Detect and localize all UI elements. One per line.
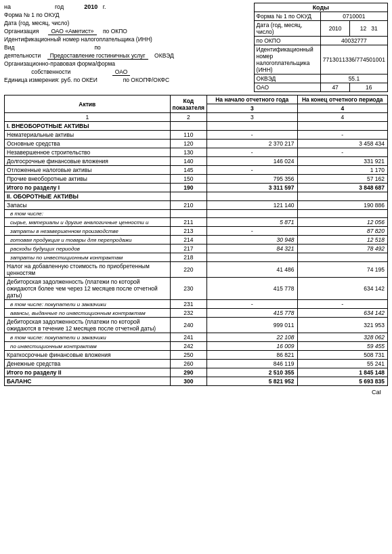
row-val3: - [207, 300, 297, 309]
row-name: затраты в незавершенном производстве [5, 227, 171, 236]
okopf-label: по ОКОПФ/ОКФС [123, 77, 170, 83]
cal-label: CaI [372, 389, 381, 396]
row-code: 260 [170, 360, 207, 368]
okpo-label: по ОКПО [103, 28, 127, 35]
table-row: расходы будущих периодов21784 32178 492 [5, 244, 388, 253]
row-val4: 331 921 [297, 157, 388, 166]
row-val4: 634 142 [297, 309, 388, 318]
form-label: Форма № 1 по ОКУД [4, 12, 60, 18]
row-val4: 59 455 [297, 342, 388, 351]
col3-num2: 3 [207, 113, 297, 122]
row-val4: 57 162 [297, 175, 388, 184]
date-year: 2010 [320, 21, 350, 37]
row-val4 [297, 210, 388, 218]
row-code: 232 [170, 309, 207, 318]
row-name: Краткосрочные финансовые вложения [5, 351, 171, 360]
table-row: Итого по разделу II2902 510 3551 845 148 [5, 368, 388, 377]
page: на год 2010 г. Ф [0, 0, 392, 398]
row-val4: 1 845 148 [297, 368, 388, 377]
row-code: 190 [170, 184, 207, 192]
table-row: сырье, материалы и другие аналогичные це… [5, 218, 388, 227]
row-val4: 1 170 [297, 166, 388, 175]
table-row: Прочие внеоборотные активы150795 35657 1… [5, 175, 388, 184]
row-val4: 78 492 [297, 244, 388, 253]
row-name: в том числе: покупатели и заказчики [5, 333, 171, 342]
col2-num: 2 [170, 113, 207, 122]
row-val3: - [207, 148, 297, 157]
inn-code-value: 7713011336/774501001 [320, 45, 387, 74]
row-code: 218 [170, 253, 207, 262]
row-val3: 84 321 [207, 244, 297, 253]
row-code: 230 [170, 278, 207, 300]
row-val4: 3 848 687 [297, 184, 388, 192]
table-row: в том числе: покупатели и заказчики24122… [5, 333, 388, 342]
row-name: затраты по инвестиционным контрактам [5, 253, 171, 262]
year-value: 2010 [84, 3, 97, 10]
row-val3: 415 778 [207, 278, 297, 300]
g-label: г. [103, 3, 106, 10]
row-val4: 12 056 [297, 218, 388, 227]
row-code: 300 [170, 377, 207, 386]
date-day: 31 [371, 25, 377, 32]
row-name: Дебиторская задолженность (платежи по ко… [5, 278, 171, 300]
row-code: 217 [170, 244, 207, 253]
table-row: Нематериальные активы110-- [5, 131, 388, 140]
table-row: Незавершенное строительство130-- [5, 148, 388, 157]
table-row: Денежные средства260846 11955 241 [5, 360, 388, 368]
row-name: Итого по разделу I [5, 184, 171, 192]
row-val3: 41 486 [207, 262, 297, 278]
row-code: 241 [170, 333, 207, 342]
row-name: Отложенные налоговые активы [5, 166, 171, 175]
row-code: 240 [170, 318, 207, 333]
row-name: II. ОБОРОТНЫЕ АКТИВЫ [5, 192, 171, 201]
row-val3 [207, 210, 297, 218]
row-val4: - [297, 148, 388, 157]
row-name: в том числе: [5, 210, 171, 218]
row-val4: 190 886 [297, 201, 388, 210]
row-name: Дебиторская задолженность (платежи по ко… [5, 318, 171, 333]
row-code: 250 [170, 351, 207, 360]
inn-label: Идентификационный номер налогоплательщик… [4, 36, 152, 43]
row-val3: 3 311 597 [207, 184, 297, 192]
row-code: 150 [170, 175, 207, 184]
row-name: расходы будущих периодов [5, 244, 171, 253]
table-row: Долгосрочные финансовые вложения140146 0… [5, 157, 388, 166]
po-label: по [94, 44, 100, 51]
inn-code-label: Идентификационный номер налогоплательщик… [254, 45, 320, 74]
row-code [170, 192, 207, 201]
form-code-label: Форма № 1 по ОКУД [254, 12, 320, 21]
table-row: Налог на добавленную стоимость по приобр… [5, 262, 388, 278]
row-val3: 999 011 [207, 318, 297, 333]
row-val4: 5 693 835 [297, 377, 388, 386]
row-val4: 12 518 [297, 236, 388, 244]
row-code: 110 [170, 131, 207, 140]
row-val3: - [207, 166, 297, 175]
row-val3: 5 821 952 [207, 377, 297, 386]
okopf-val1: 47 [320, 83, 350, 92]
row-val4: 508 731 [297, 351, 388, 360]
row-val3: 30 948 [207, 236, 297, 244]
opf-label: Организационно-правовая форма/форма [4, 60, 115, 67]
org-value: ОАО «Аметист» [48, 28, 96, 35]
row-val4: 634 142 [297, 278, 388, 300]
row-val4 [297, 192, 388, 201]
table-row: затраты по инвестиционным контрактам218 [5, 253, 388, 262]
row-code: 214 [170, 236, 207, 244]
okved-code-value: 55.1 [320, 74, 387, 83]
row-code: 220 [170, 262, 207, 278]
row-val4: 328 062 [297, 333, 388, 342]
table-row: Отложенные налоговые активы145-1 170 [5, 166, 388, 175]
deyat-label: деятельности [4, 52, 41, 59]
row-name: Незавершенное строительство [5, 148, 171, 157]
row-name: Итого по разделу II [5, 368, 171, 377]
row-code: 242 [170, 342, 207, 351]
row-name: сырье, материалы и другие аналогичные це… [5, 218, 171, 227]
row-val3: 5 871 [207, 218, 297, 227]
col3-header: На начало отчетного года [207, 95, 297, 104]
table-row: I. ВНЕОБОРОТНЫЕ АКТИВЫ [5, 122, 388, 131]
sobst-label: собственности [31, 68, 70, 75]
row-name: Основные средства [5, 140, 171, 148]
col2-header: Код показателя [170, 95, 207, 113]
row-name: по инвестиционным контрактам [5, 342, 171, 351]
row-name: авансы, выданные по инвестиционным контр… [5, 309, 171, 318]
